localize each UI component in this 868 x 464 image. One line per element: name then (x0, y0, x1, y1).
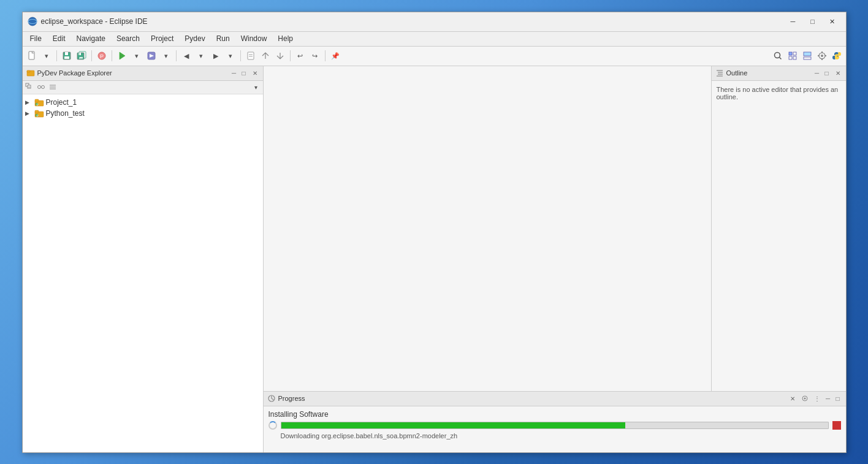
menu-navigate[interactable]: Navigate (72, 33, 110, 44)
menu-help[interactable]: Help (273, 33, 298, 44)
right-panel: Outline ─ □ ✕ There is no active editor … (264, 66, 846, 452)
package-explorer-toolbar: ▾ (23, 81, 263, 94)
back-dropdown[interactable]: ▾ (194, 49, 208, 63)
run-dropdown[interactable]: ▾ (130, 49, 143, 63)
sep7 (325, 50, 326, 61)
panel-min-max: ─ □ (230, 69, 248, 77)
python-button[interactable] (830, 49, 843, 63)
progress-panel: Progress ✕ ⋮ ─ □ Installing Software (264, 391, 846, 452)
search-toolbar-button[interactable] (771, 49, 785, 63)
outline-maximize[interactable]: □ (823, 69, 831, 77)
svg-point-27 (821, 55, 823, 57)
progress-maximize[interactable]: □ (834, 394, 842, 403)
svg-point-38 (41, 86, 44, 89)
menu-edit[interactable]: Edit (48, 33, 70, 44)
svg-point-0 (28, 17, 37, 26)
progress-icon (267, 394, 276, 403)
svg-line-19 (779, 58, 781, 59)
undo-button[interactable]: ↩ (294, 49, 307, 63)
save-all-button[interactable] (75, 49, 88, 63)
minimize-button[interactable]: ─ (785, 15, 802, 28)
progress-task-label: Installing Software (268, 410, 841, 419)
package-explorer-minimize[interactable]: ─ (230, 69, 238, 77)
tree-item-project1[interactable]: ▶ P Project_1 (23, 97, 263, 108)
menu-search[interactable]: Search (112, 33, 145, 44)
package-explorer-title: PyDev Package Explorer (37, 69, 227, 77)
progress-spinner (268, 421, 277, 430)
svg-point-57 (804, 398, 805, 400)
outline-minimize[interactable]: ─ (813, 69, 821, 77)
menu-window[interactable]: Window (236, 33, 272, 44)
progress-title: Progress (278, 395, 786, 402)
svg-point-37 (37, 86, 40, 89)
progress-content: Installing Software Downloading org.ecli… (264, 406, 846, 443)
publish-button[interactable]: P (95, 49, 108, 63)
progress-bar-row (268, 421, 841, 430)
outline-close[interactable]: ✕ (834, 69, 842, 77)
menu-file[interactable]: File (25, 33, 47, 44)
settings-button[interactable] (815, 49, 829, 63)
package-explorer-panel: PyDev Package Explorer ─ □ ✕ ▾ (23, 66, 264, 452)
tree-arrow-project1: ▶ (25, 99, 32, 105)
svg-rect-25 (804, 57, 811, 59)
forward-button[interactable]: ▶ (209, 49, 223, 63)
progress-bar-container (281, 422, 829, 429)
close-button[interactable]: ✕ (824, 15, 841, 28)
editor-area: Outline ─ □ ✕ There is no active editor … (264, 66, 846, 391)
window-controls: ─ □ ✕ (785, 15, 841, 28)
svg-rect-21 (793, 52, 796, 55)
svg-text:P: P (99, 53, 103, 59)
progress-more-button[interactable]: ⋮ (812, 393, 823, 404)
svg-rect-4 (65, 52, 68, 55)
view-menu-chevron[interactable]: ▾ (251, 82, 262, 93)
pin-button[interactable]: 📌 (329, 49, 342, 63)
eclipse-icon (28, 17, 37, 26)
redo-button[interactable]: ↪ (308, 49, 322, 63)
outline-title: Outline (726, 69, 810, 77)
progress-preferences-button[interactable] (799, 393, 810, 404)
svg-rect-33 (27, 70, 30, 72)
open-type-button[interactable] (244, 49, 257, 63)
back-button[interactable]: ◀ (180, 49, 193, 63)
menu-bar: File Edit Navigate Search Project Pydev … (23, 32, 846, 47)
progress-subtask-label: Downloading org.eclipse.babel.nls_soa.bp… (281, 432, 841, 439)
forward-dropdown[interactable]: ▾ (224, 49, 237, 63)
link-with-editor-button[interactable] (36, 82, 47, 93)
debug-dropdown[interactable]: ▾ (159, 49, 173, 63)
progress-close[interactable]: ✕ (788, 394, 797, 403)
package-explorer-maximize[interactable]: □ (240, 69, 248, 77)
collapse-all-button[interactable] (24, 82, 35, 93)
view-menu-button[interactable] (47, 82, 58, 93)
new-dropdown[interactable]: ▾ (40, 49, 53, 63)
menu-project[interactable]: Project (146, 33, 178, 44)
menu-pydev[interactable]: Pydev (180, 33, 210, 44)
project1-icon: P (34, 98, 44, 107)
svg-rect-15 (248, 52, 254, 59)
tree-item-python-test[interactable]: ▶ P Python_test (23, 108, 263, 119)
prev-edit-button[interactable] (259, 49, 272, 63)
sep5 (240, 50, 241, 61)
views-button[interactable] (801, 49, 814, 63)
svg-rect-20 (789, 52, 792, 55)
debug-button[interactable] (145, 49, 158, 63)
run-button[interactable] (115, 49, 129, 63)
save-button[interactable] (60, 49, 74, 63)
sep6 (290, 50, 291, 61)
menu-run[interactable]: Run (211, 33, 235, 44)
title-bar: eclipse_workspace - Eclipse IDE ─ □ ✕ (23, 12, 846, 32)
eclipse-window: eclipse_workspace - Eclipse IDE ─ □ ✕ Fi… (22, 12, 847, 453)
maximize-button[interactable]: □ (804, 15, 821, 28)
new-button[interactable] (25, 49, 39, 63)
package-explorer-icon (26, 69, 35, 77)
window-title: eclipse_workspace - Eclipse IDE (41, 17, 785, 26)
perspective-button[interactable] (786, 49, 799, 63)
svg-rect-5 (64, 56, 69, 59)
package-explorer-content: ▶ P Project_1 ▶ P (23, 94, 263, 452)
editor-main[interactable] (264, 66, 711, 391)
package-explorer-close[interactable]: ✕ (251, 69, 259, 77)
svg-rect-44 (35, 99, 39, 102)
progress-cancel-button[interactable] (832, 421, 841, 430)
next-edit-button[interactable] (273, 49, 287, 63)
progress-minimize[interactable]: ─ (824, 394, 832, 403)
svg-rect-29 (821, 58, 823, 60)
